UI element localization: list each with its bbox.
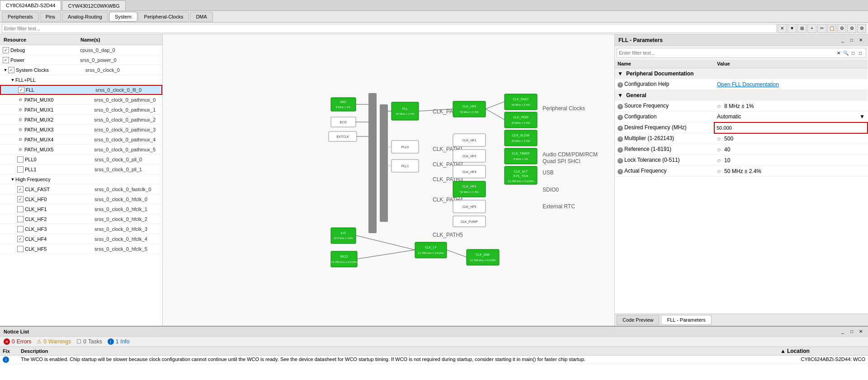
tab-system[interactable]: System: [109, 12, 137, 22]
params-row-source-freq: ? Source Frequency ⏱ 8 MHz ± 1%: [615, 101, 868, 112]
checkbox-clkhf2[interactable]: [17, 216, 24, 222]
filter-icon8[interactable]: ⚙: [857, 24, 866, 33]
clkaltsystick-label: CLK_ALT: [514, 170, 528, 174]
item-value-pathmux2: srss_0_clock_0_pathmux_2: [92, 117, 161, 122]
checkbox-clkhf1[interactable]: [17, 206, 24, 212]
list-item[interactable]: ✓ CLK_HF0 srss_0_clock_0_hfclk_0: [0, 194, 162, 204]
checkbox-clkhf0[interactable]: ✓: [17, 196, 24, 202]
checkbox-clkfast[interactable]: ✓: [17, 186, 24, 192]
list-item[interactable]: ⚙ PATH_MUX4 srss_0_clock_0_pathmux_4: [0, 135, 162, 145]
checkbox-sysclocks[interactable]: ✓: [8, 67, 14, 73]
checkbox-debug[interactable]: ✓: [3, 47, 9, 53]
open-fll-doc-link[interactable]: Open FLL Documentation: [717, 81, 779, 88]
expand-fllpll[interactable]: ▼: [10, 77, 15, 83]
checkbox-clkhf4[interactable]: ✓: [17, 236, 24, 242]
params-value-desired-freq[interactable]: [714, 122, 868, 133]
list-item[interactable]: PLL1 srss_0_clock_0_pll_1: [0, 164, 162, 174]
diagram-area[interactable]: IMO 8 MHz ± 1% ECO EXTCLK FLL 50 MHz ± 2…: [163, 34, 614, 326]
checkbox-power[interactable]: ✓: [3, 57, 9, 63]
params-filter-opt1[interactable]: □: [849, 49, 857, 56]
list-item[interactable]: CLK_HF1 srss_0_clock_0_hfclk_1: [0, 204, 162, 214]
params-name-reference: ? Reference (1-8191): [615, 144, 714, 155]
params-value-configuration[interactable]: Automatic ▼: [714, 112, 868, 122]
notice-panel: Notice List _ □ ✕ ✕ 0 Errors ⚠ 0 Warning…: [0, 326, 868, 380]
notice-close-btn[interactable]: ✕: [857, 328, 864, 335]
list-item[interactable]: ⚙ PATH_MUX5 srss_0_clock_0_pathmux_5: [0, 145, 162, 155]
filter-icon5[interactable]: 📋: [827, 24, 836, 33]
list-item[interactable]: ⚙ PATH_MUX0 srss_0_clock_0_pathmux_0: [0, 95, 162, 105]
expand-hf[interactable]: ▼: [10, 177, 15, 182]
list-item[interactable]: ▼ FLL+PLL: [0, 75, 162, 85]
list-item[interactable]: ⚙ PATH_MUX3 srss_0_clock_0_pathmux_3: [0, 125, 162, 135]
checkbox-clkhf5[interactable]: [17, 246, 24, 252]
list-item[interactable]: ✓ Power srss_0_power_0: [0, 55, 162, 65]
tab-fll-params[interactable]: FLL - Parameters: [661, 315, 711, 325]
warning-badge[interactable]: ⚠ 0 Warnings: [37, 338, 71, 345]
notice-maximize-btn[interactable]: □: [848, 328, 855, 335]
list-item[interactable]: ⚙ PATH_MUX1 srss_0_clock_0_pathmux_1: [0, 105, 162, 115]
clkaltsystick-label2: SYS_TICK: [513, 174, 528, 178]
checkbox-pll0[interactable]: [17, 156, 24, 163]
params-filter-search[interactable]: 🔍: [842, 49, 849, 56]
expand-sysclocks[interactable]: ▼: [3, 67, 8, 73]
list-item[interactable]: ✓ FLL srss_0_clock_0_fll_0: [0, 85, 162, 95]
tab-code-preview[interactable]: Code Preview: [617, 315, 659, 325]
list-item[interactable]: ✓ CLK_HF4 srss_0_clock_0_hfclk_4: [0, 234, 162, 244]
filter-input[interactable]: [2, 24, 777, 33]
filter-icon2[interactable]: ⊞: [797, 24, 807, 33]
tab-pins[interactable]: Pins: [40, 12, 61, 22]
item-label-pathmux3: PATH_MUX3: [24, 127, 92, 132]
filter-icon6[interactable]: ⚙: [837, 24, 846, 33]
list-item[interactable]: ✓ CLK_FAST srss_0_clock_0_fastclk_0: [0, 184, 162, 194]
filter-icon1[interactable]: ▼: [788, 24, 797, 33]
params-section-general-toggle[interactable]: ▼: [618, 92, 623, 99]
params-filter-opt2[interactable]: □: [857, 49, 864, 56]
tab-device2[interactable]: CYW43012C0WKWBG: [62, 0, 125, 10]
params-value-config-help[interactable]: Open FLL Documentation: [714, 79, 868, 90]
params-section-toggle[interactable]: ▼: [618, 70, 623, 77]
tab-analog-routing[interactable]: Analog-Routing: [62, 12, 108, 22]
filter-icon7[interactable]: ⚙: [847, 24, 856, 33]
item-label-clkhf1: CLK_HF1: [25, 206, 93, 212]
filter-clear-btn[interactable]: ✕: [778, 24, 787, 33]
list-item[interactable]: PLL0 srss_0_clock_0_pll_0: [0, 155, 162, 164]
tab-peripheral-clocks[interactable]: Peripheral-Clocks: [138, 12, 189, 22]
item-value-pll1: srss_0_clock_0_pll_1: [93, 167, 161, 172]
params-close-btn[interactable]: ✕: [857, 37, 864, 44]
info-badge[interactable]: i 1 Info: [108, 338, 130, 345]
list-item[interactable]: CLK_HF2 srss_0_clock_0_hfclk_2: [0, 214, 162, 224]
dropdown-arrow[interactable]: ▼: [859, 113, 865, 120]
error-badge[interactable]: ✕ 0 Errors: [4, 338, 31, 345]
task-badge[interactable]: ☐ 0 Tasks: [76, 338, 102, 345]
error-icon: ✕: [4, 338, 10, 345]
warning-count: 0: [43, 338, 47, 345]
filter-icon4[interactable]: ✂: [817, 24, 826, 33]
params-filter-clear[interactable]: ✕: [835, 49, 842, 56]
checkbox-pll1[interactable]: [17, 166, 24, 173]
checkbox-clkhf3[interactable]: [17, 226, 24, 232]
clkhf5-label: CLK_HF5: [462, 205, 476, 209]
imo-block: [331, 98, 356, 111]
tab-peripherals[interactable]: Peripherals: [2, 12, 39, 22]
list-item[interactable]: ⚙ PATH_MUX2 srss_0_clock_0_pathmux_2: [0, 115, 162, 125]
list-item[interactable]: ▼ ✓ System Clocks srss_0_clock_0: [0, 65, 162, 75]
desired-freq-input[interactable]: [717, 125, 865, 131]
list-item[interactable]: ✓ Debug cpuss_0_dap_0: [0, 45, 162, 55]
params-filter-input[interactable]: [619, 50, 835, 56]
item-label-pathmux4: PATH_MUX4: [24, 137, 92, 142]
params-row-reference: ? Reference (1-8191) ⏱ 40: [615, 144, 868, 155]
tab-device1[interactable]: CY8C624ABZI-S2D44: [0, 0, 61, 10]
notice-minimize-btn[interactable]: _: [839, 328, 846, 335]
question-icon: ?: [618, 126, 623, 131]
list-item[interactable]: CLK_HF5 srss_0_clock_0_hfclk_5: [0, 244, 162, 254]
list-item[interactable]: ▼ High Frequency: [0, 174, 162, 184]
checkbox-fll[interactable]: ✓: [18, 87, 24, 93]
notice-col-desc: Description: [18, 347, 778, 356]
params-maximize-btn[interactable]: □: [848, 37, 855, 44]
params-minimize-btn[interactable]: _: [839, 37, 846, 44]
filter-icon3[interactable]: +: [807, 24, 816, 33]
tab-dma[interactable]: DMA: [190, 12, 212, 22]
list-item[interactable]: CLK_HF3 srss_0_clock_0_hfclk_3: [0, 224, 162, 234]
error-label: Errors: [17, 338, 32, 345]
sort-arrow[interactable]: ▲: [780, 348, 786, 354]
